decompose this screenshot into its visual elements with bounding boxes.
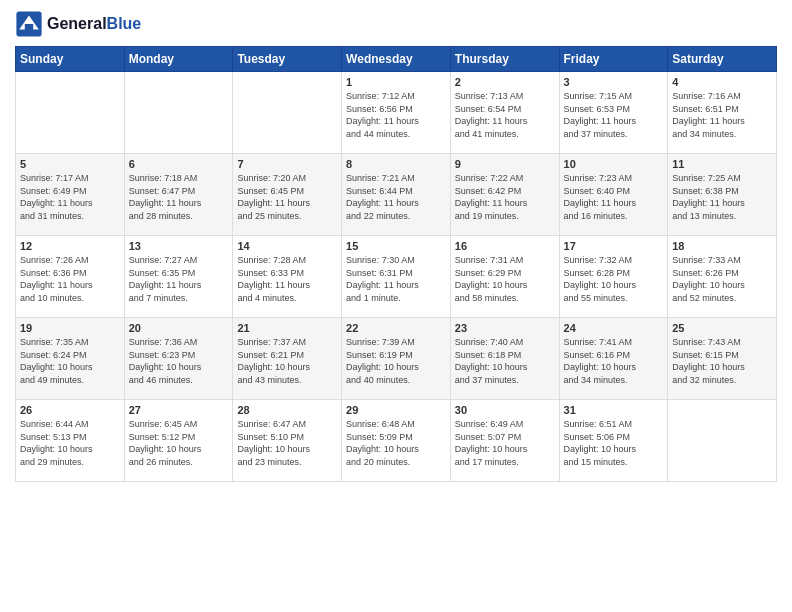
day-cell: 27Sunrise: 6:45 AM Sunset: 5:12 PM Dayli… [124, 400, 233, 482]
day-cell: 8Sunrise: 7:21 AM Sunset: 6:44 PM Daylig… [342, 154, 451, 236]
day-info: Sunrise: 7:41 AM Sunset: 6:16 PM Dayligh… [564, 336, 664, 386]
week-row-4: 19Sunrise: 7:35 AM Sunset: 6:24 PM Dayli… [16, 318, 777, 400]
day-info: Sunrise: 7:12 AM Sunset: 6:56 PM Dayligh… [346, 90, 446, 140]
page: GeneralBlue SundayMondayTuesdayWednesday… [0, 0, 792, 612]
day-number: 19 [20, 322, 120, 334]
day-number: 26 [20, 404, 120, 416]
day-number: 1 [346, 76, 446, 88]
day-info: Sunrise: 6:48 AM Sunset: 5:09 PM Dayligh… [346, 418, 446, 468]
day-info: Sunrise: 7:30 AM Sunset: 6:31 PM Dayligh… [346, 254, 446, 304]
day-info: Sunrise: 7:33 AM Sunset: 6:26 PM Dayligh… [672, 254, 772, 304]
day-cell: 5Sunrise: 7:17 AM Sunset: 6:49 PM Daylig… [16, 154, 125, 236]
header-row: SundayMondayTuesdayWednesdayThursdayFrid… [16, 47, 777, 72]
week-row-1: 1Sunrise: 7:12 AM Sunset: 6:56 PM Daylig… [16, 72, 777, 154]
day-number: 18 [672, 240, 772, 252]
day-cell: 1Sunrise: 7:12 AM Sunset: 6:56 PM Daylig… [342, 72, 451, 154]
day-cell: 21Sunrise: 7:37 AM Sunset: 6:21 PM Dayli… [233, 318, 342, 400]
day-cell: 20Sunrise: 7:36 AM Sunset: 6:23 PM Dayli… [124, 318, 233, 400]
day-info: Sunrise: 7:25 AM Sunset: 6:38 PM Dayligh… [672, 172, 772, 222]
calendar-table: SundayMondayTuesdayWednesdayThursdayFrid… [15, 46, 777, 482]
day-number: 2 [455, 76, 555, 88]
day-info: Sunrise: 7:27 AM Sunset: 6:35 PM Dayligh… [129, 254, 229, 304]
header-cell-monday: Monday [124, 47, 233, 72]
day-info: Sunrise: 7:18 AM Sunset: 6:47 PM Dayligh… [129, 172, 229, 222]
logo-icon [15, 10, 43, 38]
header-cell-thursday: Thursday [450, 47, 559, 72]
day-cell: 23Sunrise: 7:40 AM Sunset: 6:18 PM Dayli… [450, 318, 559, 400]
day-number: 7 [237, 158, 337, 170]
day-number: 6 [129, 158, 229, 170]
day-number: 15 [346, 240, 446, 252]
day-info: Sunrise: 7:16 AM Sunset: 6:51 PM Dayligh… [672, 90, 772, 140]
day-number: 3 [564, 76, 664, 88]
day-cell: 14Sunrise: 7:28 AM Sunset: 6:33 PM Dayli… [233, 236, 342, 318]
day-cell: 30Sunrise: 6:49 AM Sunset: 5:07 PM Dayli… [450, 400, 559, 482]
day-number: 23 [455, 322, 555, 334]
day-cell: 28Sunrise: 6:47 AM Sunset: 5:10 PM Dayli… [233, 400, 342, 482]
day-number: 25 [672, 322, 772, 334]
day-number: 4 [672, 76, 772, 88]
day-number: 9 [455, 158, 555, 170]
day-info: Sunrise: 7:17 AM Sunset: 6:49 PM Dayligh… [20, 172, 120, 222]
day-number: 29 [346, 404, 446, 416]
day-info: Sunrise: 7:32 AM Sunset: 6:28 PM Dayligh… [564, 254, 664, 304]
day-cell: 17Sunrise: 7:32 AM Sunset: 6:28 PM Dayli… [559, 236, 668, 318]
week-row-2: 5Sunrise: 7:17 AM Sunset: 6:49 PM Daylig… [16, 154, 777, 236]
day-number: 17 [564, 240, 664, 252]
header-cell-wednesday: Wednesday [342, 47, 451, 72]
day-number: 30 [455, 404, 555, 416]
day-number: 13 [129, 240, 229, 252]
svg-rect-2 [25, 24, 33, 31]
day-cell: 7Sunrise: 7:20 AM Sunset: 6:45 PM Daylig… [233, 154, 342, 236]
day-info: Sunrise: 7:39 AM Sunset: 6:19 PM Dayligh… [346, 336, 446, 386]
day-number: 27 [129, 404, 229, 416]
day-info: Sunrise: 7:37 AM Sunset: 6:21 PM Dayligh… [237, 336, 337, 386]
day-info: Sunrise: 7:15 AM Sunset: 6:53 PM Dayligh… [564, 90, 664, 140]
day-number: 22 [346, 322, 446, 334]
day-cell: 3Sunrise: 7:15 AM Sunset: 6:53 PM Daylig… [559, 72, 668, 154]
day-info: Sunrise: 7:28 AM Sunset: 6:33 PM Dayligh… [237, 254, 337, 304]
day-info: Sunrise: 7:43 AM Sunset: 6:15 PM Dayligh… [672, 336, 772, 386]
day-info: Sunrise: 7:40 AM Sunset: 6:18 PM Dayligh… [455, 336, 555, 386]
day-cell: 2Sunrise: 7:13 AM Sunset: 6:54 PM Daylig… [450, 72, 559, 154]
day-number: 5 [20, 158, 120, 170]
day-number: 8 [346, 158, 446, 170]
day-number: 11 [672, 158, 772, 170]
day-cell [233, 72, 342, 154]
day-cell: 24Sunrise: 7:41 AM Sunset: 6:16 PM Dayli… [559, 318, 668, 400]
day-cell: 13Sunrise: 7:27 AM Sunset: 6:35 PM Dayli… [124, 236, 233, 318]
day-info: Sunrise: 6:47 AM Sunset: 5:10 PM Dayligh… [237, 418, 337, 468]
day-info: Sunrise: 7:31 AM Sunset: 6:29 PM Dayligh… [455, 254, 555, 304]
day-info: Sunrise: 7:26 AM Sunset: 6:36 PM Dayligh… [20, 254, 120, 304]
day-info: Sunrise: 7:20 AM Sunset: 6:45 PM Dayligh… [237, 172, 337, 222]
day-number: 12 [20, 240, 120, 252]
day-number: 20 [129, 322, 229, 334]
day-info: Sunrise: 7:35 AM Sunset: 6:24 PM Dayligh… [20, 336, 120, 386]
day-cell: 25Sunrise: 7:43 AM Sunset: 6:15 PM Dayli… [668, 318, 777, 400]
day-cell: 19Sunrise: 7:35 AM Sunset: 6:24 PM Dayli… [16, 318, 125, 400]
day-cell: 15Sunrise: 7:30 AM Sunset: 6:31 PM Dayli… [342, 236, 451, 318]
day-cell: 11Sunrise: 7:25 AM Sunset: 6:38 PM Dayli… [668, 154, 777, 236]
day-info: Sunrise: 7:36 AM Sunset: 6:23 PM Dayligh… [129, 336, 229, 386]
day-info: Sunrise: 6:49 AM Sunset: 5:07 PM Dayligh… [455, 418, 555, 468]
day-cell [16, 72, 125, 154]
header-cell-tuesday: Tuesday [233, 47, 342, 72]
day-info: Sunrise: 7:21 AM Sunset: 6:44 PM Dayligh… [346, 172, 446, 222]
day-cell: 12Sunrise: 7:26 AM Sunset: 6:36 PM Dayli… [16, 236, 125, 318]
day-info: Sunrise: 7:22 AM Sunset: 6:42 PM Dayligh… [455, 172, 555, 222]
day-info: Sunrise: 6:51 AM Sunset: 5:06 PM Dayligh… [564, 418, 664, 468]
day-cell: 26Sunrise: 6:44 AM Sunset: 5:13 PM Dayli… [16, 400, 125, 482]
header-cell-friday: Friday [559, 47, 668, 72]
day-cell [668, 400, 777, 482]
day-cell: 29Sunrise: 6:48 AM Sunset: 5:09 PM Dayli… [342, 400, 451, 482]
day-cell: 31Sunrise: 6:51 AM Sunset: 5:06 PM Dayli… [559, 400, 668, 482]
day-cell: 4Sunrise: 7:16 AM Sunset: 6:51 PM Daylig… [668, 72, 777, 154]
day-info: Sunrise: 6:44 AM Sunset: 5:13 PM Dayligh… [20, 418, 120, 468]
week-row-3: 12Sunrise: 7:26 AM Sunset: 6:36 PM Dayli… [16, 236, 777, 318]
day-cell: 9Sunrise: 7:22 AM Sunset: 6:42 PM Daylig… [450, 154, 559, 236]
header: GeneralBlue [15, 10, 777, 38]
week-row-5: 26Sunrise: 6:44 AM Sunset: 5:13 PM Dayli… [16, 400, 777, 482]
day-cell: 16Sunrise: 7:31 AM Sunset: 6:29 PM Dayli… [450, 236, 559, 318]
header-cell-sunday: Sunday [16, 47, 125, 72]
day-number: 14 [237, 240, 337, 252]
